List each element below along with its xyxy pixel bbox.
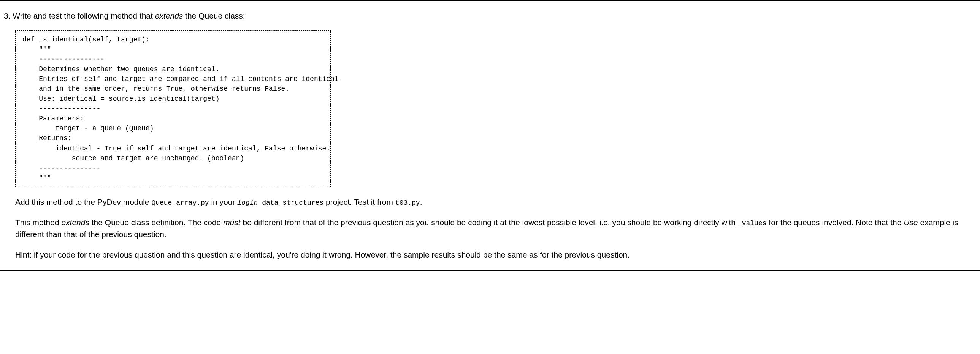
code-line: --------------- — [22, 165, 100, 172]
p1-mono-t03: t03.py — [395, 199, 420, 206]
intro-italic: extends — [155, 11, 183, 20]
code-line: """ — [22, 175, 51, 182]
p1-text: project. Test it from — [323, 197, 395, 206]
code-line: Parameters: — [22, 115, 84, 122]
paragraph-1: Add this method to the PyDev module Queu… — [15, 196, 976, 208]
p2-text: This method — [15, 218, 61, 227]
code-block: def is_identical(self, target): """ ----… — [15, 30, 331, 187]
p2-italic-use: Use — [904, 218, 918, 227]
question-number: 3. — [4, 11, 11, 20]
p1-text: Add this method to the PyDev module — [15, 197, 151, 206]
bottom-horizontal-rule — [0, 270, 980, 271]
p2-text: be different from that of the previous q… — [241, 218, 738, 227]
intro-prefix: Write and test the following method that — [13, 11, 155, 20]
intro-suffix: the Queue class: — [183, 11, 245, 20]
code-line: Entries of self and target are compared … — [22, 75, 339, 83]
p3-text: Hint: if your code for the previous ques… — [15, 250, 630, 259]
p2-italic-must: must — [223, 218, 241, 227]
p1-text: . — [420, 197, 422, 206]
p2-italic-extends: extends — [61, 218, 89, 227]
code-line: target - a queue (Queue) — [22, 125, 154, 132]
p1-text: in your — [209, 197, 238, 206]
code-line: Determines whether two queues are identi… — [22, 65, 220, 73]
paragraph-3: Hint: if your code for the previous ques… — [15, 249, 976, 260]
paragraph-2: This method extends the Queue class defi… — [15, 217, 976, 240]
p2-mono-values: _values — [738, 219, 767, 227]
code-line: identical - True if self and target are … — [22, 145, 330, 152]
p2-text: for the queues involved. Note that the — [766, 218, 904, 227]
p2-text: the Queue class definition. The code — [89, 218, 223, 227]
code-line: ---------------- — [22, 56, 105, 63]
question-block: 3. Write and test the following method t… — [0, 10, 980, 261]
p1-mono-login: login — [237, 199, 258, 206]
question-intro: 3. Write and test the following method t… — [4, 10, 976, 22]
p1-mono-data-structures: _data_structures — [258, 199, 323, 206]
code-line: Returns: — [22, 135, 72, 142]
code-line: def is_identical(self, target): — [22, 36, 150, 43]
code-line: Use: identical = source.is_identical(tar… — [22, 95, 220, 103]
p1-mono-queue-array: Queue_array.py — [151, 199, 209, 206]
top-horizontal-rule — [0, 0, 980, 1]
code-line: --------------- — [22, 105, 100, 113]
code-line: """ — [22, 46, 51, 53]
code-line: source and target are unchanged. (boolea… — [22, 155, 244, 162]
code-line: and in the same order, returns True, oth… — [22, 85, 289, 93]
